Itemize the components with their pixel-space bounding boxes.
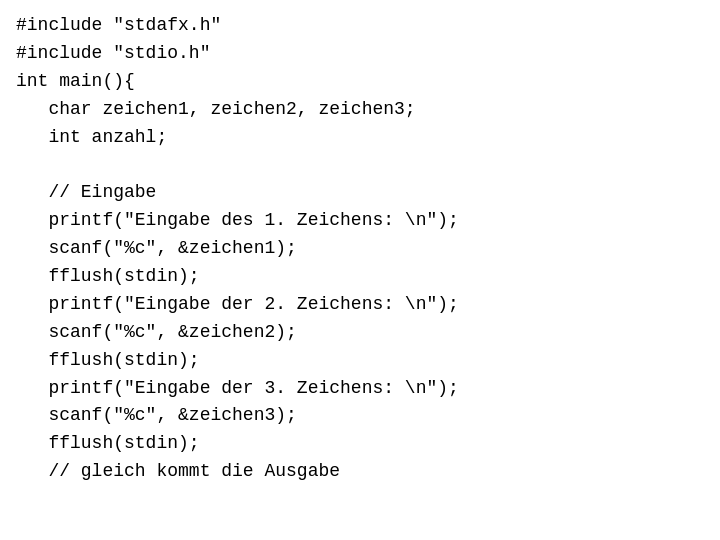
code-line: fflush(stdin); [16,263,704,291]
code-line: #include "stdio.h" [16,40,704,68]
code-line [16,151,704,179]
code-line: scanf("%c", &zeichen1); [16,235,704,263]
code-line: int main(){ [16,68,704,96]
code-line: char zeichen1, zeichen2, zeichen3; [16,96,704,124]
code-line: scanf("%c", &zeichen2); [16,319,704,347]
code-line: int anzahl; [16,124,704,152]
code-line: fflush(stdin); [16,430,704,458]
code-line: scanf("%c", &zeichen3); [16,402,704,430]
code-line: printf("Eingabe des 1. Zeichens: \n"); [16,207,704,235]
code-line: // gleich kommt die Ausgabe [16,458,704,486]
code-block: #include "stdafx.h"#include "stdio.h"int… [0,0,720,498]
code-line: printf("Eingabe der 2. Zeichens: \n"); [16,291,704,319]
code-line: printf("Eingabe der 3. Zeichens: \n"); [16,375,704,403]
code-line: #include "stdafx.h" [16,12,704,40]
code-line: // Eingabe [16,179,704,207]
code-line: fflush(stdin); [16,347,704,375]
